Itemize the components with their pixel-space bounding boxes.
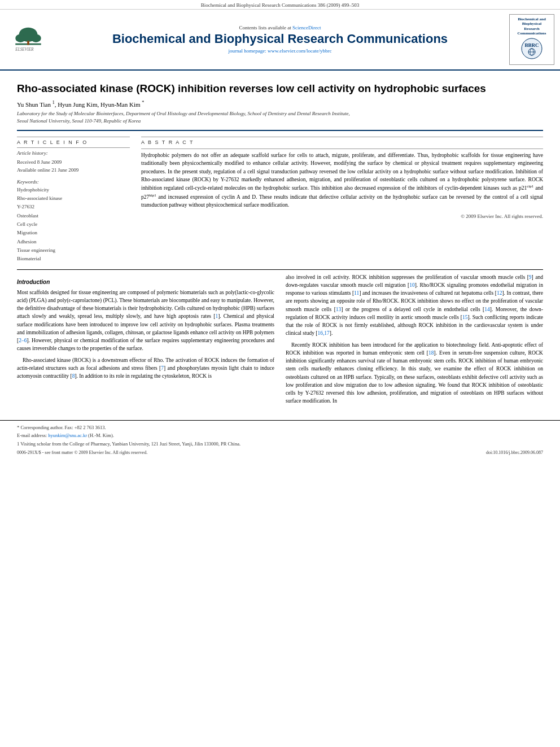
main-content: Rho-associated kinase (ROCK) inhibition … — [0, 71, 560, 414]
abstract-label: A B S T R A C T — [141, 139, 543, 145]
keyword-osteoblast: Osteoblast — [17, 212, 130, 220]
footer-doi: doi:10.1016/j.bbrc.2009.06.087 — [486, 450, 543, 455]
keyword-adhesion: Adhesion — [17, 238, 130, 246]
svg-rect-4 — [27, 41, 29, 45]
article-info-column: A R T I C L E I N F O Article history: R… — [17, 134, 130, 263]
keyword-rho: Rho-associated kinase — [17, 194, 130, 203]
article-info-label: A R T I C L E I N F O — [17, 139, 130, 145]
bbrc-circle-icon: BBRC — [520, 37, 543, 60]
svg-text:ELSEVIER: ELSEVIER — [15, 47, 34, 52]
footer-bottom: 0006-291X/$ - see front matter © 2009 El… — [17, 450, 543, 455]
affiliations: Laboratory for the Study of Molecular Bi… — [17, 110, 543, 124]
info-divider-top — [17, 137, 130, 137]
svg-text:BBRC: BBRC — [524, 42, 539, 48]
article-info-abstract-section: A R T I C L E I N F O Article history: R… — [17, 134, 543, 263]
keyword-hydrophobicity: Hydrophobicity — [17, 186, 130, 194]
footer-issn: 0006-291X/$ - see front matter © 2009 El… — [17, 450, 147, 455]
received-date: Received 8 June 2009 — [17, 158, 130, 166]
keyword-cellcycle: Cell cycle — [17, 220, 130, 229]
abstract-column: A B S T R A C T Hydrophobic polymers do … — [141, 134, 543, 263]
visiting-scholar-note: 1 Visiting scholar from the College of P… — [17, 440, 543, 448]
history-label: Article history: — [17, 150, 130, 156]
journal-citation: Biochemical and Biophysical Research Com… — [201, 2, 360, 8]
header-center: Contents lists available at ScienceDirec… — [56, 25, 504, 54]
body-divider — [17, 269, 543, 270]
bbrc-logo: Biochemical andBiophysicalResearchCommun… — [509, 14, 554, 65]
thick-divider-top — [17, 130, 543, 131]
sciencedirect-text[interactable]: ScienceDirect — [292, 25, 321, 30]
keyword-biomaterial: Biomaterial — [17, 255, 130, 263]
body-para-2: Rho-associated kinase (ROCK) is a downst… — [17, 356, 274, 381]
info-divider-mid — [17, 147, 130, 148]
footer-section: * Corresponding author. Fax: +82 2 763 3… — [0, 420, 560, 458]
body-col-right: also involved in cell activity. ROCK inh… — [286, 273, 543, 409]
info-dates: Received 8 June 2009 Available online 21… — [17, 158, 130, 174]
svg-point-2 — [15, 34, 25, 42]
journal-title-header: Biochemical and Biophysical Research Com… — [56, 32, 504, 46]
article-title: Rho-associated kinase (ROCK) inhibition … — [17, 82, 543, 96]
copyright-text: © 2009 Elsevier Inc. All rights reserved… — [141, 213, 543, 219]
keyword-y27632: Y-27632 — [17, 203, 130, 211]
abstract-text: Hydrophobic polymers do not offer an ade… — [141, 151, 543, 209]
keyword-migration: Migration — [17, 229, 130, 237]
keyword-tissue-eng: Tissue engineering — [17, 246, 130, 255]
body-para-1: Most scaffolds designed for tissue engin… — [17, 289, 274, 353]
sciencedirect-link: Contents lists available at ScienceDirec… — [56, 25, 504, 30]
author-names: Yu Shun Tian 1, Hyun Jung Kim, Hyun-Man … — [17, 101, 144, 108]
introduction-heading: Introduction — [17, 278, 274, 286]
elsevier-logo: ELSEVIER — [6, 25, 51, 54]
available-date: Available online 21 June 2009 — [17, 166, 130, 174]
abstract-divider-top — [141, 137, 543, 137]
bbrc-logo-title: Biochemical andBiophysicalResearchCommun… — [512, 17, 552, 36]
elsevier-tree-icon: ELSEVIER — [11, 25, 45, 54]
page-container: Biochemical and Biophysical Research Com… — [0, 0, 560, 458]
journal-homepage: journal homepage: www.elsevier.com/locat… — [56, 48, 504, 54]
authors-line: Yu Shun Tian 1, Hyun Jung Kim, Hyun-Man … — [17, 100, 543, 108]
email-link[interactable]: hyunkim@snu.ac.kr — [48, 433, 87, 438]
header-section: ELSEVIER Contents lists available at Sci… — [0, 10, 560, 71]
svg-point-3 — [31, 34, 41, 42]
body-para-4: Recently ROCK inhibition has been introd… — [286, 341, 543, 405]
email-note: E-mail address: hyunkim@snu.ac.kr (H.-M.… — [17, 432, 543, 439]
abstract-divider-mid — [141, 148, 543, 149]
journal-bar: Biochemical and Biophysical Research Com… — [0, 0, 560, 10]
body-col-left: Introduction Most scaffolds designed for… — [17, 273, 274, 409]
body-para-3: also involved in cell activity. ROCK inh… — [286, 273, 543, 338]
keywords-label: Keywords: — [17, 179, 130, 185]
body-two-col: Introduction Most scaffolds designed for… — [17, 273, 543, 409]
corresponding-author-note: * Corresponding author. Fax: +82 2 763 3… — [17, 424, 543, 431]
keywords-list: Hydrophobicity Rho-associated kinase Y-2… — [17, 186, 130, 264]
